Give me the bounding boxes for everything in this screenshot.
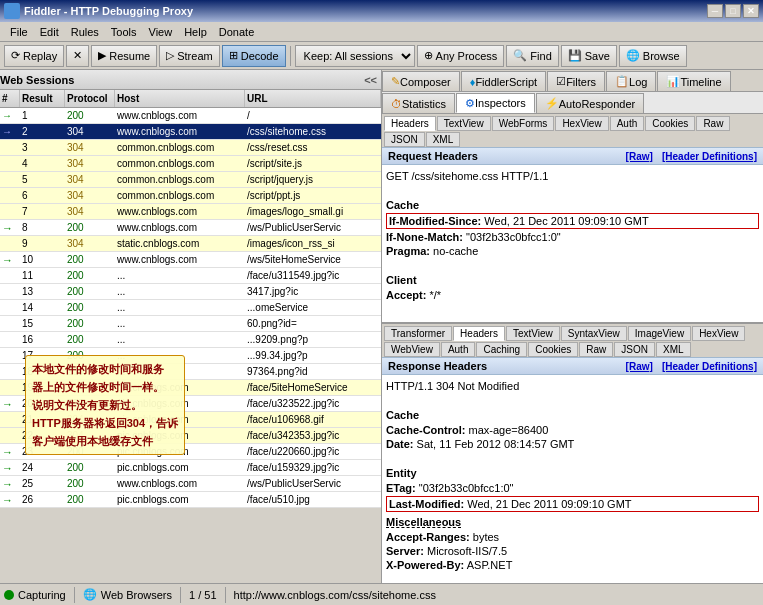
table-row[interactable]: → 2 304 www.cnblogs.com /css/sitehome.cs…	[0, 124, 381, 140]
table-row[interactable]: 7 304 www.cnblogs.com /images/logo_small…	[0, 204, 381, 220]
capturing-status[interactable]: Capturing	[4, 589, 66, 601]
rtab-raw[interactable]: Raw	[579, 342, 613, 357]
menu-view[interactable]: View	[143, 24, 179, 40]
resume-button[interactable]: ▶ Resume	[91, 45, 157, 67]
request-headers-content: GET /css/sitehome.css HTTP/1.1 Cache If-…	[382, 165, 763, 322]
table-row[interactable]: 9 304 static.cnblogs.com /images/icon_rs…	[0, 236, 381, 252]
url-text: http://www.cnblogs.com/css/sitehome.css	[234, 589, 436, 601]
tab-filters[interactable]: ☑ Filters	[547, 71, 605, 91]
table-row[interactable]: → 25 200 www.cnblogs.com /ws/PublicUserS…	[0, 476, 381, 492]
table-row[interactable]: 5 304 common.cnblogs.com /script/jquery.…	[0, 172, 381, 188]
col-result: Result	[20, 90, 65, 107]
decode-button[interactable]: ⊞ Decode	[222, 45, 286, 67]
response-headerdefs-link[interactable]: [Header Definitions]	[662, 361, 757, 372]
table-row[interactable]: 4 304 common.cnblogs.com /script/site.js	[0, 156, 381, 172]
row-num: 5	[20, 172, 65, 187]
maximize-button[interactable]: □	[725, 4, 741, 18]
entity-group: Entity	[386, 467, 759, 479]
save-button[interactable]: 💾 Save	[561, 45, 617, 67]
table-row[interactable]: → 10 200 www.cnblogs.com /ws/5iteHomeSer…	[0, 252, 381, 268]
itab-cookies[interactable]: Cookies	[645, 116, 695, 131]
table-row[interactable]: → 23 200 pic.cnblogs.com /face/u220660.j…	[0, 444, 381, 460]
menu-tools[interactable]: Tools	[105, 24, 143, 40]
replay-button[interactable]: ⟳ Replay	[4, 45, 64, 67]
rtab-cookies[interactable]: Cookies	[528, 342, 578, 357]
tab-composer[interactable]: ✎ Composer	[382, 71, 460, 91]
browse-button[interactable]: 🌐 Browse	[619, 45, 687, 67]
request-raw-link[interactable]: [Raw]	[626, 151, 653, 162]
rtab-transformer[interactable]: Transformer	[384, 326, 452, 341]
menu-rules[interactable]: Rules	[65, 24, 105, 40]
rtab-syntaxview[interactable]: SyntaxView	[561, 326, 627, 341]
table-row[interactable]: 21 304 pic.cnblogs.com /face/u106968.gif	[0, 412, 381, 428]
row-host: common.cnblogs.com	[115, 156, 245, 171]
rtab-textview[interactable]: TextView	[506, 326, 560, 341]
itab-headers[interactable]: Headers	[384, 116, 436, 131]
itab-hexview[interactable]: HexView	[555, 116, 608, 131]
tab-inspectors[interactable]: ⚙ Inspectors	[456, 93, 535, 113]
replay-icon: ⟳	[11, 49, 20, 62]
rtab-imageview[interactable]: ImageView	[628, 326, 691, 341]
table-row[interactable]: 19 304 pic.cnblogs.com /face/5iteHomeSer…	[0, 380, 381, 396]
row-icon: →	[0, 220, 20, 235]
table-row[interactable]: 15 200 ... 60.png?id=	[0, 316, 381, 332]
rtab-auth[interactable]: Auth	[441, 342, 476, 357]
itab-webforms[interactable]: WebForms	[492, 116, 555, 131]
table-row[interactable]: 13 200 ... 3417.jpg?ic	[0, 284, 381, 300]
table-row[interactable]: 3 304 common.cnblogs.com /css/reset.css	[0, 140, 381, 156]
itab-xml[interactable]: XML	[426, 132, 461, 147]
row-icon: →	[0, 108, 20, 123]
row-url: /css/sitehome.css	[245, 124, 381, 139]
process-icon: ⊕	[424, 49, 433, 62]
response-raw-link[interactable]: [Raw]	[626, 361, 653, 372]
itab-raw[interactable]: Raw	[696, 116, 730, 131]
filters-icon: ☑	[556, 75, 566, 88]
table-row[interactable]: → 20 200 pic.cnblogs.com /face/u323522.j…	[0, 396, 381, 412]
table-row[interactable]: 11 200 ... /face/u311549.jpg?ic	[0, 268, 381, 284]
status-sep-3	[225, 587, 226, 603]
table-row[interactable]: 17 200 ... ...99.34.jpg?p	[0, 348, 381, 364]
table-row[interactable]: → 1 200 www.cnblogs.com /	[0, 108, 381, 124]
table-row[interactable]: 18 200 ... 97364.png?id	[0, 364, 381, 380]
menu-bar: File Edit Rules Tools View Help Donate	[0, 22, 763, 42]
table-row[interactable]: → 26 200 pic.cnblogs.com /face/u510.jpg	[0, 492, 381, 508]
any-process-button[interactable]: ⊕ Any Process	[417, 45, 505, 67]
tab-autoresponder[interactable]: ⚡ AutoResponder	[536, 93, 644, 113]
table-row[interactable]: 6 304 common.cnblogs.com /script/ppt.js	[0, 188, 381, 204]
tab-statistics[interactable]: ⏱ Statistics	[382, 93, 455, 113]
menu-donate[interactable]: Donate	[213, 24, 260, 40]
menu-help[interactable]: Help	[178, 24, 213, 40]
itab-json[interactable]: JSON	[384, 132, 425, 147]
rtab-json[interactable]: JSON	[614, 342, 655, 357]
web-sessions-header: Web Sessions <<	[0, 70, 381, 90]
tab-fiddlerscript[interactable]: ♦ FiddlerScript	[461, 71, 546, 91]
decode-icon: ⊞	[229, 49, 238, 62]
tab-timeline[interactable]: 📊 Timeline	[657, 71, 730, 91]
menu-edit[interactable]: Edit	[34, 24, 65, 40]
table-row[interactable]: → 24 200 pic.cnblogs.com /face/u159329.j…	[0, 460, 381, 476]
table-row[interactable]: 16 200 ... ...9209.png?p	[0, 332, 381, 348]
tab-log[interactable]: 📋 Log	[606, 71, 656, 91]
stop-button[interactable]: ✕	[66, 45, 89, 67]
rtab-webview[interactable]: WebView	[384, 342, 440, 357]
keep-sessions-dropdown[interactable]: Keep: All sessions	[295, 45, 415, 67]
rtab-caching[interactable]: Caching	[476, 342, 527, 357]
itab-textview[interactable]: TextView	[437, 116, 491, 131]
close-button[interactable]: ✕	[743, 4, 759, 18]
table-row[interactable]: 14 200 ... ...omeService	[0, 300, 381, 316]
request-headerdefs-link[interactable]: [Header Definitions]	[662, 151, 757, 162]
itab-auth[interactable]: Auth	[610, 116, 645, 131]
row-num: 4	[20, 156, 65, 171]
table-row[interactable]: 22 304 pic.cnblogs.com /face/u342353.jpg…	[0, 428, 381, 444]
minimize-button[interactable]: ─	[707, 4, 723, 18]
collapse-button[interactable]: <<	[364, 74, 381, 86]
table-row[interactable]: → 8 200 www.cnblogs.com /ws/PublicUserSe…	[0, 220, 381, 236]
inspectors-icon: ⚙	[465, 97, 475, 110]
find-button[interactable]: 🔍 Find	[506, 45, 558, 67]
rtab-headers[interactable]: Headers	[453, 326, 505, 341]
inspector-tab-bar: ⏱ Statistics ⚙ Inspectors ⚡ AutoResponde…	[382, 92, 763, 114]
menu-file[interactable]: File	[4, 24, 34, 40]
rtab-xml[interactable]: XML	[656, 342, 691, 357]
stream-button[interactable]: ▷ Stream	[159, 45, 219, 67]
rtab-hexview[interactable]: HexView	[692, 326, 745, 341]
